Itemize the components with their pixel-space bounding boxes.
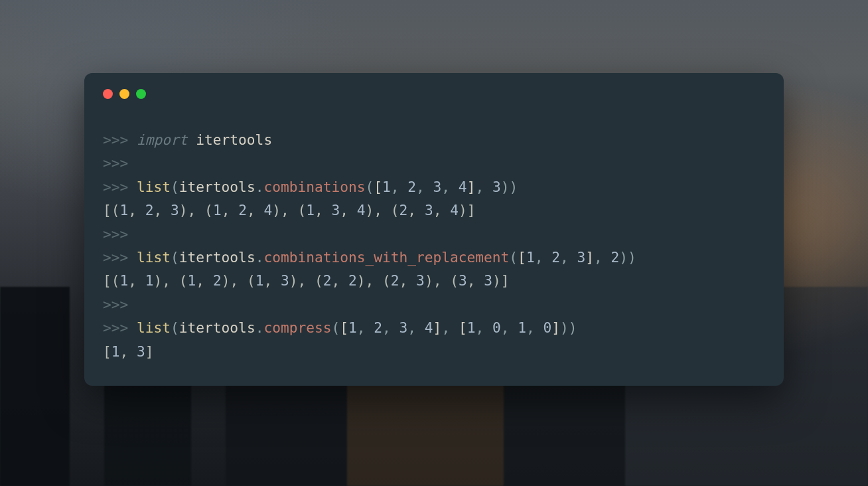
token-punct: , (501, 319, 518, 336)
token-prompt: >>> (103, 296, 128, 313)
token-num: 2 (407, 179, 416, 195)
token-punct: ) (501, 179, 510, 195)
token-num: 3 (433, 179, 442, 195)
token-text: ] (145, 343, 154, 360)
token-prompt: >>> (103, 249, 137, 266)
repl-input-line: >>> list(itertools.compress([1, 2, 3, 4]… (103, 316, 765, 339)
token-text: ), ( (366, 202, 399, 218)
token-bracket: [ (374, 179, 382, 195)
token-num: 3 (332, 202, 340, 218)
token-num: 1 (382, 179, 391, 195)
repl-input-line: >>> (103, 151, 765, 175)
zoom-icon[interactable] (136, 89, 146, 99)
token-punct: ( (509, 249, 518, 266)
token-num: 2 (145, 202, 154, 218)
token-text: [ (103, 343, 111, 360)
token-num: 2 (238, 202, 247, 218)
token-num: 3 (425, 202, 433, 218)
token-text: )] (459, 202, 476, 218)
token-num: 1 (306, 202, 315, 218)
token-num: 4 (450, 202, 459, 218)
token-punct: , (475, 179, 492, 195)
token-num: 4 (459, 179, 467, 195)
token-punct: ( (171, 319, 179, 336)
repl-input-line: >>> (103, 222, 765, 246)
token-num: 3 (577, 249, 585, 266)
token-ident: itertools (179, 179, 255, 195)
repl-output-line: [(1, 1), (1, 2), (1, 3), (2, 2), (2, 3),… (103, 269, 765, 292)
token-prompt: >>> (103, 131, 137, 148)
token-num: 2 (399, 202, 408, 218)
token-num: 3 (484, 272, 492, 289)
token-punct: , (391, 179, 408, 195)
token-builtin: list (137, 179, 171, 195)
token-punct: , (357, 319, 374, 336)
minimize-icon[interactable] (119, 89, 129, 99)
token-punct: , (475, 319, 492, 336)
token-num: 3 (137, 343, 145, 360)
token-punct: , (560, 249, 577, 266)
repl-output-line: [(1, 2, 3), (1, 2, 4), (1, 3, 4), (2, 3,… (103, 199, 765, 222)
token-punct: , (407, 319, 425, 336)
token-num: 3 (492, 179, 501, 195)
token-punct: ) (569, 319, 577, 336)
window-titlebar (103, 89, 765, 99)
token-builtin: list (137, 249, 171, 266)
token-module: itertools (196, 131, 272, 148)
token-num: 3 (459, 272, 467, 289)
token-text: ), ( (272, 202, 306, 218)
terminal-output[interactable]: >>> import itertools>>>>>> list(itertool… (103, 128, 765, 363)
token-num: 1 (348, 319, 357, 336)
repl-input-line: >>> list(itertools.combinations_with_rep… (103, 246, 765, 269)
token-text: , (315, 202, 332, 218)
repl-input-line: >>> (103, 293, 765, 316)
terminal-window: >>> import itertools>>>>>> list(itertool… (84, 73, 784, 386)
token-num: 1 (188, 272, 196, 289)
close-icon[interactable] (103, 89, 113, 99)
token-num: 3 (416, 272, 425, 289)
token-num: 1 (526, 249, 535, 266)
token-prompt: >>> (103, 155, 128, 171)
token-punct: ) (619, 249, 628, 266)
token-text: ), ( (154, 272, 188, 289)
token-num: 1 (111, 343, 120, 360)
token-bracket: [ (518, 249, 526, 266)
token-text: [( (103, 202, 120, 218)
token-text: , (247, 202, 264, 218)
token-punct: , (526, 319, 543, 336)
token-punct: , (441, 319, 459, 336)
token-num: 2 (213, 272, 222, 289)
token-bracket: ] (467, 179, 476, 195)
token-punct: ( (171, 249, 179, 266)
repl-input-line: >>> import itertools (103, 128, 765, 151)
token-num: 1 (120, 202, 129, 218)
token-num: 1 (120, 272, 129, 289)
token-num: 2 (323, 272, 332, 289)
token-method: compress (263, 319, 331, 336)
token-num: 3 (171, 202, 179, 218)
token-num: 4 (357, 202, 366, 218)
token-bracket: [ (459, 319, 467, 336)
token-bracket: ] (433, 319, 442, 336)
token-text: , (332, 272, 349, 289)
token-num: 2 (611, 249, 619, 266)
token-punct: ) (509, 179, 518, 195)
token-prompt: >>> (103, 226, 128, 242)
token-num: 2 (374, 319, 382, 336)
token-bracket: ] (585, 249, 594, 266)
token-punct: . (255, 319, 264, 336)
token-num: 1 (145, 272, 154, 289)
token-text: , (399, 272, 417, 289)
token-text: ), ( (222, 272, 255, 289)
token-num: 4 (425, 319, 433, 336)
repl-output-line: [1, 3] (103, 340, 765, 363)
token-text: [( (103, 272, 120, 289)
token-bracket: [ (340, 319, 348, 336)
token-text: , (340, 202, 357, 218)
token-text: , (407, 202, 425, 218)
token-text: , (128, 272, 145, 289)
token-punct: , (416, 179, 433, 195)
token-text: , (467, 272, 484, 289)
token-punct: ) (560, 319, 569, 336)
token-num: 1 (467, 319, 476, 336)
